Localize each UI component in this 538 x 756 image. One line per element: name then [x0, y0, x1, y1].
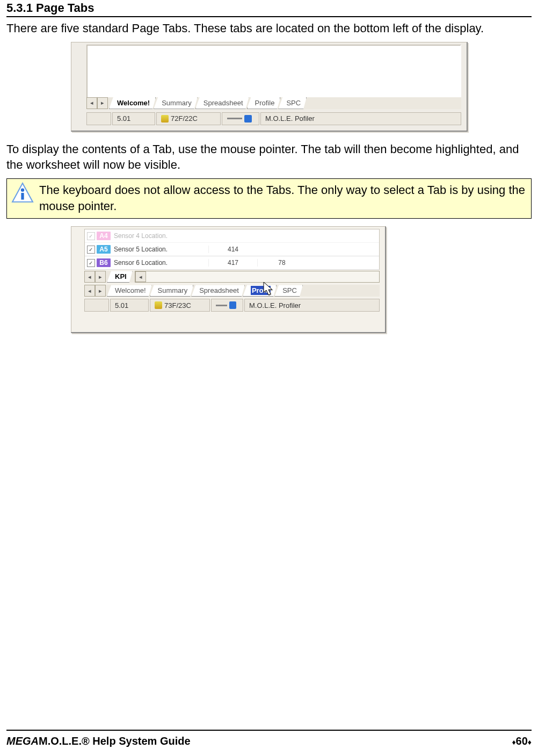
info-icon	[11, 182, 34, 205]
footer-title-italic: MEGA	[6, 735, 39, 747]
tab-row: ◂ ▸ Welcome! Summary Spreadsheet Profile…	[86, 97, 461, 109]
mouse-cursor-icon	[263, 282, 274, 297]
table-row: ✓ A5 Sensor 5 Location. 414	[85, 243, 379, 256]
row-location: Sensor 6 Location.	[111, 259, 208, 267]
svg-rect-2	[21, 193, 24, 200]
section-heading: 5.3.1 Page Tabs	[6, 0, 532, 17]
tab-nav-left-icon[interactable]: ◂	[84, 285, 95, 297]
cable-icon	[216, 305, 227, 306]
kpi-tab-row: ◂ ▸ KPI ◂	[84, 271, 380, 283]
checkbox-icon[interactable]: ✓	[87, 259, 95, 267]
tab-nav-right-icon[interactable]: ▸	[97, 97, 108, 109]
row-location: Sensor 5 Location.	[111, 246, 208, 253]
row-location: Sensor 4 Location.	[111, 232, 208, 240]
status-temp: 73F/23C	[150, 299, 210, 312]
status-temp: 72F/22C	[156, 112, 221, 125]
svg-point-1	[21, 189, 24, 192]
footer-title-bold: M.O.L.E.® Help System Guide	[39, 735, 191, 747]
tab-nav-right-icon[interactable]: ▸	[95, 285, 106, 297]
table-row: ✓ B6 Sensor 6 Location. 417 78	[85, 256, 379, 270]
tab-summary[interactable]: Summary	[150, 285, 194, 297]
kpi-nav-left-icon[interactable]: ◂	[84, 271, 95, 283]
tab-spreadsheet[interactable]: Spreadsheet	[195, 97, 249, 109]
row-col2: 78	[257, 259, 306, 267]
tab-spc[interactable]: SPC	[274, 285, 303, 297]
status-version: 5.01	[112, 112, 155, 125]
status-temp-value: 72F/22C	[171, 114, 198, 123]
tab-kpi[interactable]: KPI	[107, 271, 133, 283]
page-footer: MEGAM.O.L.E.® Help System Guide ♦60♦	[6, 730, 532, 747]
tab-spreadsheet[interactable]: Spreadsheet	[191, 285, 245, 297]
row-tag: A5	[97, 245, 111, 254]
paragraph-intro: There are five standard Page Tabs. These…	[6, 20, 532, 37]
status-app-name: M.O.L.E. Pofiler	[260, 112, 461, 125]
figure-tab-hover: ✓ A4 Sensor 4 Location. ✓ A5 Sensor 5 Lo…	[71, 226, 386, 333]
tab-spc[interactable]: SPC	[278, 97, 307, 109]
scrollbar-track[interactable]: ◂	[135, 271, 380, 283]
tab-summary[interactable]: Summary	[154, 97, 198, 109]
status-version: 5.01	[110, 299, 149, 312]
status-temp-value: 73F/23C	[164, 301, 191, 309]
svg-marker-3	[264, 282, 272, 295]
tab-profile[interactable]: Profile	[247, 97, 281, 109]
note-box: The keyboard does not allow access to th…	[6, 178, 532, 219]
row-col1: 414	[208, 246, 257, 253]
thermometer-icon	[155, 301, 162, 309]
status-bar: 5.01 73F/23C M.O.L.E. Profiler	[84, 299, 380, 312]
row-tag: A4	[97, 232, 111, 240]
network-icon	[244, 115, 252, 123]
cable-icon	[227, 118, 242, 119]
sensor-grid: ✓ A4 Sensor 4 Location. ✓ A5 Sensor 5 Lo…	[84, 229, 380, 270]
thermometer-icon	[161, 115, 169, 123]
figure-tabs-overview: ◂ ▸ Welcome! Summary Spreadsheet Profile…	[71, 42, 468, 132]
kpi-nav-right-icon[interactable]: ▸	[95, 271, 106, 283]
diamond-icon: ♦	[512, 738, 515, 746]
paragraph-instruction: To display the contents of a Tab, use th…	[6, 141, 532, 173]
network-icon	[229, 301, 236, 309]
status-net-cell	[222, 112, 259, 125]
table-row: ✓ A4 Sensor 4 Location.	[85, 229, 379, 243]
status-bar: 5.01 72F/22C M.O.L.E. Pofiler	[86, 112, 461, 125]
row-col1: 417	[208, 259, 257, 267]
page-number: 60	[516, 735, 528, 747]
tab-welcome[interactable]: Welcome!	[109, 97, 156, 109]
tab-nav-left-icon[interactable]: ◂	[86, 97, 97, 109]
tab-row: ◂ ▸ Welcome! Summary Spreadsheet Profil …	[84, 285, 380, 297]
footer-title: MEGAM.O.L.E.® Help System Guide	[6, 735, 191, 747]
checkbox-icon[interactable]: ✓	[87, 232, 95, 240]
scroll-left-icon[interactable]: ◂	[135, 271, 146, 282]
row-tag: B6	[97, 258, 111, 267]
diamond-icon: ♦	[528, 738, 532, 746]
checkbox-icon[interactable]: ✓	[87, 246, 95, 254]
status-net-cell	[211, 299, 243, 312]
status-app-name: M.O.L.E. Profiler	[244, 299, 380, 312]
footer-page-number: ♦60♦	[512, 735, 532, 747]
tab-welcome[interactable]: Welcome!	[107, 285, 152, 297]
note-text: The keyboard does not allow access to th…	[39, 182, 527, 214]
